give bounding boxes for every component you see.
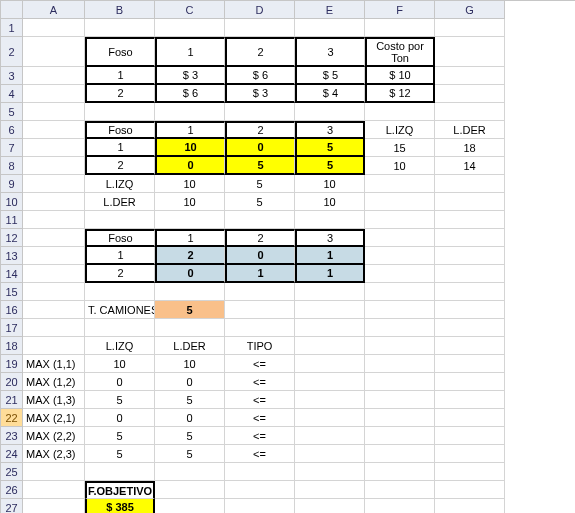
cons-h-tipo[interactable]: TIPO — [225, 337, 295, 355]
t2-side-r1-d[interactable]: 18 — [435, 139, 505, 157]
row-header-26[interactable]: 26 — [1, 481, 23, 499]
cons-l-5[interactable]: 5 — [85, 445, 155, 463]
cell-5-5[interactable] — [295, 103, 365, 121]
t3-r2-foso[interactable]: 2 — [85, 265, 155, 283]
cell-26-6[interactable] — [365, 481, 435, 499]
cell-15-5[interactable] — [295, 283, 365, 301]
t1-h-1[interactable]: 1 — [155, 37, 225, 67]
t3-r1-c2[interactable]: 0 — [225, 247, 295, 265]
cons-t-4[interactable]: <= — [225, 427, 295, 445]
t1-r1-c2[interactable]: $ 6 — [225, 67, 295, 85]
t1-h-cost[interactable]: Costo por Ton — [365, 37, 435, 67]
t1-r1-c1[interactable]: $ 3 — [155, 67, 225, 85]
cell-11-3[interactable] — [155, 211, 225, 229]
cell-4-1[interactable] — [23, 85, 85, 103]
cell-23-7[interactable] — [435, 427, 505, 445]
row-header-19[interactable]: 19 — [1, 355, 23, 373]
row-header-7[interactable]: 7 — [1, 139, 23, 157]
cell-12-1[interactable] — [23, 229, 85, 247]
t3-h-3[interactable]: 3 — [295, 229, 365, 247]
cell-26-5[interactable] — [295, 481, 365, 499]
row-header-11[interactable]: 11 — [1, 211, 23, 229]
col-header-B[interactable]: B — [85, 1, 155, 19]
row-header-18[interactable]: 18 — [1, 337, 23, 355]
t2-r2-c1[interactable]: 0 — [155, 157, 225, 175]
cell-18-7[interactable] — [435, 337, 505, 355]
obj-label[interactable]: F.OBJETIVO — [85, 481, 155, 499]
cell-22-6[interactable] — [365, 409, 435, 427]
row-header-9[interactable]: 9 — [1, 175, 23, 193]
t2-r1-c3[interactable]: 5 — [295, 139, 365, 157]
cell-10-1[interactable] — [23, 193, 85, 211]
t2-lizq-3[interactable]: 10 — [295, 175, 365, 193]
cell-21-7[interactable] — [435, 391, 505, 409]
cell-17-3[interactable] — [155, 319, 225, 337]
t2-h-1[interactable]: 1 — [155, 121, 225, 139]
tcamiones-value[interactable]: 5 — [155, 301, 225, 319]
t1-r2-cost[interactable]: $ 12 — [365, 85, 435, 103]
row-header-2[interactable]: 2 — [1, 37, 23, 67]
cons-d-4[interactable]: 5 — [155, 427, 225, 445]
cell-11-1[interactable] — [23, 211, 85, 229]
t1-r2-c1[interactable]: $ 6 — [155, 85, 225, 103]
t1-r2-foso[interactable]: 2 — [85, 85, 155, 103]
cell-9-7[interactable] — [435, 175, 505, 193]
cons-h-lizq[interactable]: L.IZQ — [85, 337, 155, 355]
t2-side-r1-l[interactable]: 15 — [365, 139, 435, 157]
cell-1-6[interactable] — [365, 19, 435, 37]
cell-14-6[interactable] — [365, 265, 435, 283]
t3-r1-c1[interactable]: 2 — [155, 247, 225, 265]
cell-5-4[interactable] — [225, 103, 295, 121]
cell-11-7[interactable] — [435, 211, 505, 229]
t3-r2-c1[interactable]: 0 — [155, 265, 225, 283]
cell-1-5[interactable] — [295, 19, 365, 37]
cell-10-6[interactable] — [365, 193, 435, 211]
cell-18-5[interactable] — [295, 337, 365, 355]
t2-r1-c2[interactable]: 0 — [225, 139, 295, 157]
cell-10-7[interactable] — [435, 193, 505, 211]
cell-20-5[interactable] — [295, 373, 365, 391]
t2-r2-c3[interactable]: 5 — [295, 157, 365, 175]
t1-r1-foso[interactable]: 1 — [85, 67, 155, 85]
t2-h-2[interactable]: 2 — [225, 121, 295, 139]
t1-h-2[interactable]: 2 — [225, 37, 295, 67]
cell-9-6[interactable] — [365, 175, 435, 193]
cell-1-1[interactable] — [23, 19, 85, 37]
cell-26-7[interactable] — [435, 481, 505, 499]
t2-side-r2-d[interactable]: 14 — [435, 157, 505, 175]
cell-26-1[interactable] — [23, 481, 85, 499]
cell-1-4[interactable] — [225, 19, 295, 37]
cell-5-7[interactable] — [435, 103, 505, 121]
cell-19-7[interactable] — [435, 355, 505, 373]
row-header-24[interactable]: 24 — [1, 445, 23, 463]
cell-17-2[interactable] — [85, 319, 155, 337]
t3-h-foso[interactable]: Foso — [85, 229, 155, 247]
cell-25-1[interactable] — [23, 463, 85, 481]
cons-t-5[interactable]: <= — [225, 445, 295, 463]
cell-24-7[interactable] — [435, 445, 505, 463]
cell-27-1[interactable] — [23, 499, 85, 513]
cell-12-6[interactable] — [365, 229, 435, 247]
t1-h-3[interactable]: 3 — [295, 37, 365, 67]
col-header-A[interactable]: A — [23, 1, 85, 19]
cell-23-5[interactable] — [295, 427, 365, 445]
t3-r2-c3[interactable]: 1 — [295, 265, 365, 283]
t2-lder-label[interactable]: L.DER — [85, 193, 155, 211]
cell-6-1[interactable] — [23, 121, 85, 139]
cell-5-6[interactable] — [365, 103, 435, 121]
cell-23-6[interactable] — [365, 427, 435, 445]
cell-17-4[interactable] — [225, 319, 295, 337]
t2-side-r2-l[interactable]: 10 — [365, 157, 435, 175]
cell-14-7[interactable] — [435, 265, 505, 283]
cell-25-7[interactable] — [435, 463, 505, 481]
t3-r1-foso[interactable]: 1 — [85, 247, 155, 265]
cons-l-3[interactable]: 0 — [85, 409, 155, 427]
cons-d-0[interactable]: 10 — [155, 355, 225, 373]
col-header-D[interactable]: D — [225, 1, 295, 19]
cell-21-5[interactable] — [295, 391, 365, 409]
t3-h-2[interactable]: 2 — [225, 229, 295, 247]
t1-h-foso[interactable]: Foso — [85, 37, 155, 67]
cell-14-1[interactable] — [23, 265, 85, 283]
cell-7-1[interactable] — [23, 139, 85, 157]
t1-r1-c3[interactable]: $ 5 — [295, 67, 365, 85]
